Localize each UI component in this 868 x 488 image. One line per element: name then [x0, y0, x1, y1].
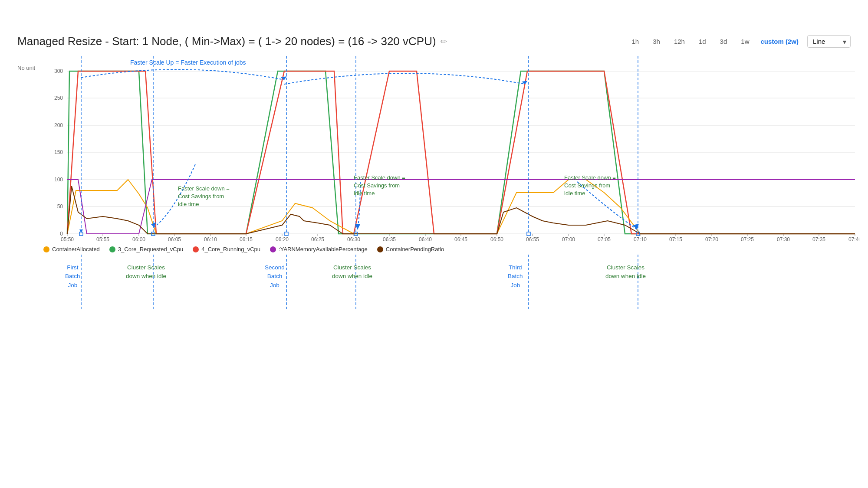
- svg-text:idle time: idle time: [564, 190, 585, 197]
- chart-title: Managed Resize - Start: 1 Node, ( Min->M…: [17, 35, 447, 48]
- header-row: Managed Resize - Start: 1 Node, ( Min->M…: [17, 35, 851, 48]
- time-btn-1w[interactable]: 1w: [738, 36, 752, 47]
- legend-label-red: 4_Core_Running_vCpu: [201, 246, 260, 252]
- svg-text:06:20: 06:20: [276, 236, 289, 242]
- y-axis-label: No unit: [17, 65, 35, 71]
- annotation-cluster-scale-down-3: Cluster Scalesdown when idle: [605, 263, 646, 281]
- legend-dot-orange: [43, 246, 49, 252]
- legend-item-requested-vcpu: 3_Core_Requested_vCpu: [109, 246, 183, 252]
- legend-dot-green: [109, 246, 115, 252]
- svg-text:07:25: 07:25: [741, 236, 754, 242]
- svg-text:Cost Savings from: Cost Savings from: [564, 182, 610, 189]
- legend-item-container-pending: ContainerPendingRatio: [377, 246, 444, 252]
- bottom-annotations: FirstBatchJob Cluster Scalesdown when id…: [43, 255, 851, 311]
- legend-label-orange: ContainerAllocated: [52, 246, 100, 252]
- svg-text:Cost Savings from: Cost Savings from: [178, 193, 224, 200]
- time-controls: 1h 3h 12h 1d 3d 1w custom (2w) Line Bar …: [629, 35, 851, 48]
- legend-dot-brown: [377, 246, 383, 252]
- svg-text:250: 250: [54, 95, 63, 101]
- svg-text:150: 150: [54, 149, 63, 155]
- main-chart: .grid-line { stroke: #e0e0e0; stroke-wid…: [43, 56, 859, 242]
- legend-label-purple: :YARNMemoryAvailablePercentage: [279, 246, 368, 252]
- svg-text:Faster Scale Up =  Faster Exec: Faster Scale Up = Faster Execution of jo…: [130, 59, 246, 66]
- svg-text:06:00: 06:00: [132, 236, 145, 242]
- svg-text:06:45: 06:45: [454, 236, 467, 242]
- svg-text:07:30: 07:30: [777, 236, 790, 242]
- legend-row: ContainerAllocated 3_Core_Requested_vCpu…: [43, 246, 851, 252]
- svg-text:06:40: 06:40: [419, 236, 432, 242]
- edit-icon[interactable]: ✏: [441, 37, 447, 46]
- legend-dot-red: [193, 246, 199, 252]
- legend-item-container-allocated: ContainerAllocated: [43, 246, 100, 252]
- time-btn-1h[interactable]: 1h: [629, 36, 642, 47]
- legend-label-brown: ContainerPendingRatio: [386, 246, 444, 252]
- time-btn-1d[interactable]: 1d: [696, 36, 709, 47]
- chart-type-dropdown[interactable]: Line Bar Area: [807, 35, 851, 48]
- svg-text:05:50: 05:50: [61, 236, 74, 242]
- svg-text:100: 100: [54, 177, 63, 183]
- time-btn-custom[interactable]: custom (2w): [760, 38, 799, 45]
- time-btn-3d[interactable]: 3d: [717, 36, 730, 47]
- svg-text:200: 200: [54, 122, 63, 128]
- svg-text:07:20: 07:20: [705, 236, 718, 242]
- svg-text:300: 300: [54, 68, 63, 74]
- svg-text:06:30: 06:30: [347, 236, 360, 242]
- legend-label-green: 3_Core_Requested_vCpu: [118, 246, 183, 252]
- svg-text:07:05: 07:05: [598, 236, 611, 242]
- svg-text:06:10: 06:10: [204, 236, 217, 242]
- chart-area: No unit .grid-line { stroke: #e0e0e0; st…: [17, 56, 851, 311]
- annotation-cluster-scale-down-2: Cluster Scalesdown when idle: [332, 263, 372, 281]
- legend-dot-purple: [270, 246, 276, 252]
- svg-text:06:35: 06:35: [383, 236, 396, 242]
- svg-text:Faster Scale down =: Faster Scale down =: [354, 174, 405, 181]
- svg-text:0: 0: [60, 231, 63, 237]
- title-text: Managed Resize - Start: 1 Node, ( Min->M…: [17, 35, 436, 48]
- svg-text:07:35: 07:35: [812, 236, 825, 242]
- annotation-first-batch: FirstBatchJob: [65, 263, 80, 290]
- time-btn-3h[interactable]: 3h: [650, 36, 663, 47]
- annotation-second-batch: SecondBatchJob: [265, 263, 285, 290]
- chart-type-dropdown-wrap: Line Bar Area: [807, 35, 851, 48]
- svg-text:06:15: 06:15: [240, 236, 253, 242]
- svg-text:Faster Scale down =: Faster Scale down =: [564, 174, 616, 181]
- svg-text:05:55: 05:55: [96, 236, 109, 242]
- svg-text:07:40: 07:40: [848, 236, 859, 242]
- svg-text:06:55: 06:55: [526, 236, 539, 242]
- svg-text:06:25: 06:25: [311, 236, 324, 242]
- annotation-cluster-scale-down-1: Cluster Scalesdown when idle: [126, 263, 166, 281]
- svg-text:50: 50: [57, 203, 63, 210]
- svg-text:idle time: idle time: [178, 201, 199, 207]
- svg-text:Cost Savings from: Cost Savings from: [354, 182, 400, 189]
- annotation-third-batch: ThirdBatchJob: [508, 263, 523, 290]
- legend-item-running-vcpu: 4_Core_Running_vCpu: [193, 246, 260, 252]
- svg-text:07:10: 07:10: [634, 236, 647, 242]
- svg-text:06:50: 06:50: [490, 236, 503, 242]
- legend-item-yarn-memory: :YARNMemoryAvailablePercentage: [270, 246, 368, 252]
- svg-text:07:00: 07:00: [562, 236, 575, 242]
- svg-text:06:05: 06:05: [168, 236, 181, 242]
- svg-text:07:15: 07:15: [669, 236, 682, 242]
- svg-text:idle time: idle time: [354, 190, 375, 197]
- time-btn-12h[interactable]: 12h: [671, 36, 687, 47]
- svg-marker-72: [79, 229, 83, 233]
- svg-text:Faster Scale down =: Faster Scale down =: [178, 185, 230, 192]
